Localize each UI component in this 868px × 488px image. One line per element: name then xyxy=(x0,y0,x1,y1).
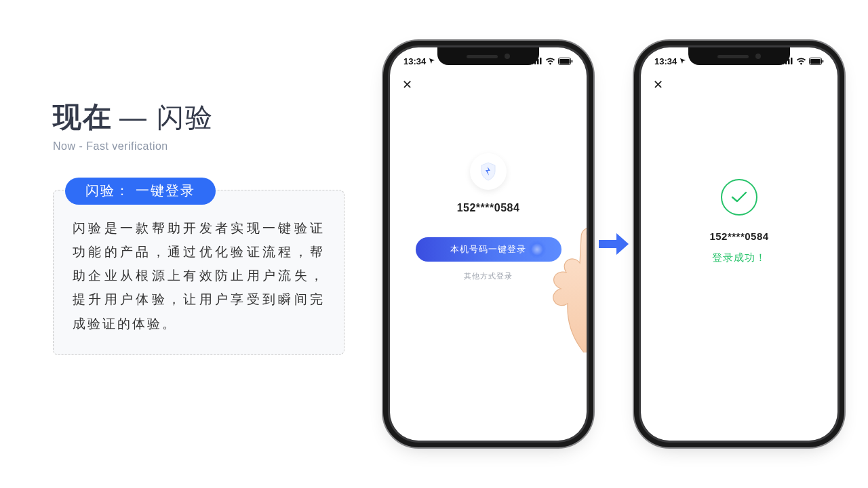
phone-notch xyxy=(437,47,539,65)
tap-ripple xyxy=(528,240,547,259)
screen-login: ✕ 152****0584 本机号码一键登录 其他方式登录 xyxy=(399,76,577,431)
svg-rect-13 xyxy=(810,59,821,64)
battery-icon xyxy=(809,58,824,65)
status-time: 13:34 xyxy=(403,56,435,66)
shield-icon xyxy=(470,153,507,190)
svg-rect-11 xyxy=(791,58,793,64)
check-circle-icon xyxy=(721,179,757,216)
description-text: 闪验是一款帮助开发者实现一键验证功能的产品，通过优化验证流程，帮助企业从根源上有… xyxy=(73,216,325,336)
description-box: 闪验是一款帮助开发者实现一键验证功能的产品，通过优化验证流程，帮助企业从根源上有… xyxy=(53,190,344,355)
svg-rect-14 xyxy=(823,60,824,62)
close-icon[interactable]: ✕ xyxy=(402,77,412,92)
one-click-login-button[interactable]: 本机号码一键登录 xyxy=(416,237,561,262)
title-bold: 现在 xyxy=(53,98,113,136)
phone-notch xyxy=(688,47,790,65)
status-time: 13:34 xyxy=(654,56,686,66)
svg-rect-3 xyxy=(540,58,542,64)
arrow-right-icon xyxy=(597,230,630,258)
other-login-link[interactable]: 其他方式登录 xyxy=(464,271,513,281)
page-title: 现在 — 闪验 xyxy=(53,98,344,136)
wifi-icon xyxy=(796,58,806,65)
location-icon xyxy=(679,58,686,64)
phone-mockup-login: 13:34 ✕ xyxy=(390,47,587,441)
pill-label: 闪验： 一键登录 xyxy=(65,178,216,205)
screen-success: ✕ 152****0584 登录成功！ xyxy=(650,76,828,431)
info-box: 闪验： 一键登录 闪验是一款帮助开发者实现一键验证功能的产品，通过优化验证流程，… xyxy=(53,190,344,355)
masked-phone-number: 152****0584 xyxy=(457,202,520,214)
page-subtitle: Now - Fast verification xyxy=(53,140,344,152)
wifi-icon xyxy=(545,58,555,65)
close-icon[interactable]: ✕ xyxy=(653,77,663,92)
svg-rect-6 xyxy=(572,60,573,62)
battery-icon xyxy=(558,58,573,65)
phone-mockup-success: 13:34 ✕ xyxy=(641,47,837,441)
title-rest: — 闪验 xyxy=(119,99,214,136)
svg-rect-5 xyxy=(559,59,570,64)
login-success-text: 登录成功！ xyxy=(712,251,766,264)
location-icon xyxy=(429,58,435,64)
masked-phone-number: 152****0584 xyxy=(709,230,768,242)
